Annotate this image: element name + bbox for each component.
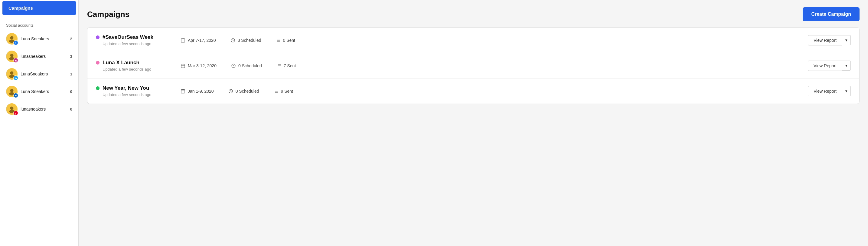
create-campaign-button[interactable]: Create Campaign — [803, 7, 860, 21]
clock-svg-2 — [228, 89, 233, 93]
account-name: Luna Sneakers — [21, 89, 67, 94]
campaign-info-2: New Year, New You Updated a few seconds … — [96, 85, 175, 97]
campaign-updated-0: Updated a few seconds ago — [102, 42, 175, 46]
view-report-button-2[interactable]: View Report — [808, 86, 842, 96]
svg-point-6 — [10, 89, 13, 92]
campaign-meta-2: Jan 1-9, 2020 0 Scheduled — [181, 89, 802, 93]
list-icon-0 — [276, 38, 280, 43]
clock-svg-0 — [230, 38, 235, 43]
account-info: Luna Sneakers — [21, 36, 67, 41]
sidebar-social-accounts-label: Social accounts — [0, 19, 78, 30]
list-icon-2 — [273, 89, 278, 93]
account-count: 0 — [70, 107, 72, 111]
svg-rect-10 — [181, 38, 185, 42]
svg-point-8 — [10, 106, 13, 110]
clock-icon-0 — [230, 38, 235, 43]
list-svg-2 — [273, 89, 278, 93]
platform-badge-linkedin: in — [13, 93, 18, 98]
list-icon-1 — [276, 63, 281, 68]
sidebar-item-campaigns[interactable]: Campaigns — [2, 1, 76, 15]
campaign-date-label-2: Jan 1-9, 2020 — [188, 89, 214, 93]
campaign-updated-1: Updated a few seconds ago — [102, 67, 175, 72]
svg-rect-32 — [181, 89, 185, 93]
account-info: Luna Sneakers — [21, 89, 67, 94]
avatar-wrapper: in — [6, 86, 18, 97]
view-report-dropdown-1[interactable]: ▾ — [842, 61, 851, 71]
status-dot-1 — [96, 61, 99, 64]
svg-point-0 — [10, 36, 13, 39]
campaign-row-1: Luna X Launch Updated a few seconds ago … — [87, 53, 859, 79]
svg-point-2 — [10, 54, 13, 57]
calendar-svg-2 — [181, 89, 185, 93]
clock-svg-1 — [231, 63, 236, 68]
svg-rect-21 — [181, 64, 185, 67]
campaign-name-2: New Year, New You — [102, 85, 149, 91]
campaign-meta-1: Mar 3-12, 2020 0 Scheduled — [181, 63, 802, 68]
avatar-wrapper: p — [6, 103, 18, 115]
campaign-sent-1: 7 Sent — [276, 63, 296, 68]
campaign-date-0: Apr 7-17, 2020 — [181, 38, 216, 43]
platform-badge-instagram: ig — [13, 58, 18, 63]
campaign-sent-label-1: 7 Sent — [284, 63, 296, 68]
campaign-info-0: #SaveOurSeas Week Updated a few seconds … — [96, 34, 175, 46]
platform-badge-twitter: tw — [13, 76, 18, 80]
account-name: Luna Sneakers — [21, 36, 67, 41]
calendar-svg-0 — [181, 38, 185, 43]
campaign-date-label-1: Mar 3-12, 2020 — [188, 63, 217, 68]
sidebar-account-4[interactable]: p lunasneakers 0 — [0, 100, 78, 118]
account-info: lunasneakers — [21, 54, 67, 59]
view-report-dropdown-2[interactable]: ▾ — [842, 86, 851, 96]
campaign-sent-0: 0 Sent — [276, 38, 295, 43]
campaign-row-0: #SaveOurSeas Week Updated a few seconds … — [87, 28, 859, 53]
campaign-sent-label-0: 0 Sent — [283, 38, 295, 43]
campaign-name-1: Luna X Launch — [102, 60, 140, 66]
campaign-actions-2: View Report ▾ — [808, 86, 851, 96]
sidebar-account-2[interactable]: tw LunaSneakers 1 — [0, 65, 78, 83]
campaign-actions-1: View Report ▾ — [808, 61, 851, 71]
page-title: Campaigns — [87, 10, 129, 19]
campaign-scheduled-label-2: 0 Scheduled — [236, 89, 259, 93]
account-name: LunaSneakers — [21, 72, 67, 76]
view-report-dropdown-0[interactable]: ▾ — [842, 35, 851, 45]
avatar-wrapper: f — [6, 33, 18, 45]
campaigns-list: #SaveOurSeas Week Updated a few seconds … — [87, 28, 859, 104]
platform-badge-pinterest: p — [13, 111, 18, 115]
account-count: 0 — [70, 89, 72, 94]
calendar-icon-1 — [181, 63, 185, 68]
calendar-icon-0 — [181, 38, 185, 43]
campaign-scheduled-label-0: 3 Scheduled — [238, 38, 261, 43]
calendar-icon-2 — [181, 89, 185, 93]
accounts-list: f Luna Sneakers 2 ig lunasneakers 3 — [0, 30, 78, 118]
campaign-actions-0: View Report ▾ — [808, 35, 851, 46]
campaign-date-2: Jan 1-9, 2020 — [181, 89, 214, 93]
campaign-date-1: Mar 3-12, 2020 — [181, 63, 217, 68]
campaign-scheduled-1: 0 Scheduled — [231, 63, 262, 68]
sidebar-account-0[interactable]: f Luna Sneakers 2 — [0, 30, 78, 48]
sidebar-account-1[interactable]: ig lunasneakers 3 — [0, 48, 78, 65]
campaign-name-row-1: Luna X Launch — [96, 60, 175, 66]
campaigns-container: #SaveOurSeas Week Updated a few seconds … — [87, 27, 860, 104]
calendar-svg-1 — [181, 63, 185, 68]
campaign-scheduled-0: 3 Scheduled — [230, 38, 261, 43]
campaign-row-2: New Year, New You Updated a few seconds … — [87, 79, 859, 104]
campaign-meta-0: Apr 7-17, 2020 3 Scheduled — [181, 38, 802, 43]
campaign-sent-label-2: 9 Sent — [281, 89, 293, 93]
avatar-wrapper: ig — [6, 51, 18, 62]
clock-icon-1 — [231, 63, 236, 68]
svg-point-4 — [10, 71, 13, 75]
campaign-name-row-0: #SaveOurSeas Week — [96, 34, 175, 40]
status-dot-2 — [96, 86, 99, 90]
sidebar-account-3[interactable]: in Luna Sneakers 0 — [0, 83, 78, 100]
campaign-info-1: Luna X Launch Updated a few seconds ago — [96, 60, 175, 72]
campaign-name-0: #SaveOurSeas Week — [102, 34, 153, 40]
avatar-wrapper: tw — [6, 68, 18, 80]
account-info: LunaSneakers — [21, 72, 67, 76]
account-count: 1 — [70, 72, 72, 76]
list-svg-1 — [276, 63, 281, 68]
account-info: lunasneakers — [21, 107, 67, 111]
sidebar: Campaigns Social accounts f Luna Sneaker… — [0, 0, 79, 246]
view-report-button-1[interactable]: View Report — [808, 61, 842, 71]
campaign-scheduled-label-1: 0 Scheduled — [238, 63, 262, 68]
view-report-button-0[interactable]: View Report — [808, 35, 842, 46]
campaign-name-row-2: New Year, New You — [96, 85, 175, 91]
